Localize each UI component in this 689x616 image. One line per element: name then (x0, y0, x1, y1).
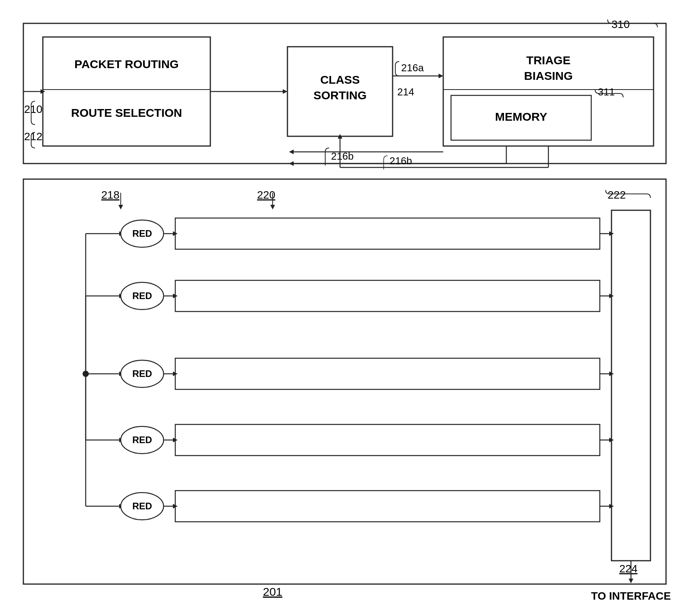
to-interface-label: TO INTERFACE (591, 590, 671, 602)
queue-box-3 (175, 358, 600, 389)
packet-routing-label: PACKET ROUTING (74, 58, 179, 70)
diagram-container: PACKET ROUTING ROUTE SELECTION 210 212 C… (0, 0, 689, 616)
red-label-1: RED (132, 228, 152, 239)
queue-box-4 (175, 424, 600, 456)
svg-marker-17 (289, 161, 294, 166)
svg-marker-22 (270, 205, 275, 209)
diagram-svg: PACKET ROUTING ROUTE SELECTION 210 212 C… (0, 0, 689, 616)
red-label-3: RED (132, 368, 152, 379)
triage-biasing-label: TRIAGE (526, 54, 570, 67)
label-214: 214 (397, 86, 414, 98)
label-216a: 216a (401, 62, 424, 74)
label-216b: 216b (331, 150, 354, 162)
label-311: 311 (598, 86, 615, 98)
route-selection-label: ROUTE SELECTION (71, 106, 182, 119)
label-218: 218 (101, 189, 120, 201)
svg-marker-9 (439, 74, 443, 78)
red-label-5: RED (132, 501, 152, 511)
queue-box-2 (175, 280, 600, 312)
red-label-2: RED (132, 290, 152, 301)
label-210: 210 (24, 103, 42, 115)
svg-marker-20 (118, 205, 123, 209)
label-201: 201 (263, 585, 282, 598)
svg-marker-14 (289, 150, 294, 154)
class-sorting-label2: SORTING (314, 89, 367, 102)
label-310: 310 (611, 18, 630, 30)
red-label-4: RED (132, 435, 152, 445)
triage-biasing-label2: BIASING (524, 69, 573, 82)
label-224: 224 (619, 563, 638, 575)
class-sorting-label: CLASS (320, 73, 360, 86)
svg-rect-1 (43, 37, 210, 146)
label-216b-text: 216b (389, 155, 412, 167)
queue-box-1 (175, 218, 600, 249)
label-222: 222 (608, 189, 626, 201)
memory-label: MEMORY (495, 110, 547, 123)
svg-marker-59 (629, 579, 633, 583)
svg-rect-10 (443, 37, 654, 146)
queue-box-5 (175, 491, 600, 522)
svg-marker-6 (283, 89, 287, 94)
svg-rect-23 (611, 210, 650, 561)
